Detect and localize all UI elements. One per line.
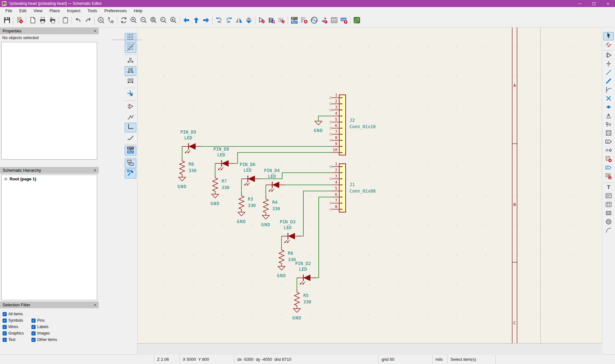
checkbox-checked-icon[interactable]: ✓ — [3, 325, 7, 329]
led-PIN_D4[interactable]: PIN_D4LED — [264, 168, 285, 192]
pin-number[interactable]: 8 — [335, 204, 337, 209]
resistor-ref[interactable]: R8 — [189, 161, 194, 167]
add-junction-tool-button[interactable] — [603, 103, 614, 112]
pin-number[interactable]: 1 — [335, 93, 337, 97]
free-angle-wire-button[interactable] — [125, 112, 136, 122]
units-mm-button[interactable]: mm — [125, 77, 136, 86]
connector-body[interactable] — [339, 164, 346, 212]
led-PIN_D2[interactable]: PIN_D2LED — [295, 261, 316, 285]
led-value[interactable]: LED — [268, 174, 276, 179]
schematic-setup-button[interactable] — [15, 16, 25, 26]
gnd-symbol[interactable]: GND — [314, 121, 323, 133]
filter-labels[interactable]: ✓Labels — [31, 324, 60, 330]
resistor-R8[interactable]: R8330 — [180, 158, 196, 177]
splitter-handle[interactable] — [112, 40, 142, 40]
checkbox-checked-icon[interactable]: ✓ — [3, 318, 7, 323]
resistor-R4[interactable]: R4330 — [263, 196, 280, 215]
wire[interactable] — [315, 197, 332, 278]
led-PIN_D3[interactable]: PIN_D3LED — [280, 219, 301, 243]
erc-button[interactable] — [299, 16, 309, 26]
hierarchy-close-icon[interactable]: × — [94, 168, 96, 172]
gnd-symbol[interactable]: GND — [261, 215, 271, 227]
led-ref[interactable]: PIN_D2 — [295, 261, 311, 266]
filter-symbols[interactable]: ✓Symbols — [3, 317, 31, 324]
filter-text[interactable]: ✓Text — [3, 336, 31, 343]
led-PIN_D6[interactable]: PIN_D6LED — [240, 162, 261, 186]
fields-table-button[interactable] — [329, 16, 339, 26]
save-button[interactable] — [2, 16, 12, 26]
filter-pins[interactable]: ✓Pins — [31, 317, 60, 324]
gnd-symbol[interactable]: GND — [178, 177, 187, 189]
add-circle-tool-button[interactable] — [603, 218, 614, 227]
highlight-net-tool-button[interactable] — [603, 41, 614, 49]
pin-number[interactable]: 5 — [335, 117, 337, 122]
schematic-drawing[interactable]: ABC12345678910J2Conn_01x1012345678J1Conn… — [138, 28, 602, 355]
frame-row-letter[interactable]: A — [513, 83, 516, 88]
bom-export-button[interactable]: .bom — [339, 16, 349, 26]
pcb-editor-button[interactable] — [352, 16, 362, 26]
resistor-ref[interactable]: R7 — [222, 178, 227, 184]
rotate-ccw-button[interactable] — [214, 16, 224, 26]
plot-button[interactable] — [47, 16, 57, 26]
connector-ref[interactable]: J2 — [350, 118, 355, 123]
pin-number[interactable]: 9 — [335, 142, 337, 146]
pin-number[interactable]: 4 — [335, 180, 337, 185]
checkbox-checked-icon[interactable]: ✓ — [3, 338, 7, 342]
gnd-label[interactable]: GND — [314, 128, 323, 133]
add-sheet-pin-tool-button[interactable]: A — [603, 164, 614, 172]
units-mils-button[interactable]: mil — [125, 66, 136, 76]
deg45-wire-button[interactable] — [125, 133, 136, 143]
add-rectangle-tool-button[interactable] — [603, 210, 614, 218]
nav-forward-button[interactable] — [201, 16, 211, 26]
add-bus-entry-tool-button[interactable] — [603, 86, 614, 95]
frame-row-letter[interactable]: B — [513, 202, 516, 207]
refresh-button[interactable] — [119, 16, 129, 26]
resistor-R7[interactable]: R7330 — [213, 175, 229, 194]
pin-number[interactable]: 10 — [333, 148, 337, 152]
add-table-tool-button[interactable] — [603, 201, 614, 209]
minimize-button[interactable] — [573, 0, 587, 7]
resistor-value[interactable]: 330 — [189, 168, 196, 173]
led-PIN_D9[interactable]: PIN_D9LED — [181, 129, 201, 153]
add-netclass-directive-tool-button[interactable]: A — [603, 121, 614, 129]
zoom-in-button[interactable] — [129, 16, 139, 26]
maximize-button[interactable] — [587, 0, 601, 7]
status-grid[interactable]: grid 50 — [378, 355, 432, 364]
resistor-value[interactable]: 330 — [272, 206, 280, 211]
hierarchy-navigator-button[interactable] — [125, 159, 136, 168]
led-ref[interactable]: PIN_D4 — [264, 168, 280, 173]
rotate-cw-button[interactable] — [224, 16, 234, 26]
library-browser-button[interactable] — [266, 16, 276, 26]
resistor-ref[interactable]: R5 — [303, 293, 308, 298]
find-replace-button[interactable]: AB — [106, 16, 116, 26]
connector-value[interactable]: Conn_01x10 — [350, 124, 375, 129]
frame-row-letter[interactable]: C — [513, 320, 516, 325]
pin-number[interactable]: 5 — [335, 186, 337, 191]
wire[interactable] — [318, 116, 332, 121]
nav-back-button[interactable] — [181, 16, 191, 26]
gnd-label[interactable]: GND — [237, 219, 246, 224]
checkbox-checked-icon[interactable]: ✓ — [31, 338, 36, 342]
add-wire-tool-button[interactable] — [603, 69, 614, 77]
menu-preferences[interactable]: Preferences — [101, 8, 130, 14]
connector-ref[interactable]: J1 — [350, 182, 355, 187]
resistor-R6[interactable]: R6330 — [279, 247, 296, 266]
import-sheet-pin-tool-button[interactable]: A◇ — [603, 173, 614, 181]
simulator-button[interactable] — [309, 16, 319, 26]
menu-place[interactable]: Place — [46, 8, 63, 14]
show-hidden-pins-button[interactable]: + — [125, 102, 136, 112]
annotate-button[interactable]: R??R42 — [289, 16, 299, 26]
close-button[interactable]: × — [601, 0, 615, 7]
gnd-label[interactable]: GND — [178, 184, 187, 189]
print-button[interactable] — [38, 16, 47, 26]
led-value[interactable]: LED — [217, 152, 225, 157]
menu-tools[interactable]: Tools — [84, 8, 101, 14]
zoom-objects-button[interactable] — [158, 16, 168, 26]
filter-all-items[interactable]: ✓All items — [3, 311, 60, 317]
zoom-page-button[interactable] — [148, 16, 158, 26]
led-ref[interactable]: PIN_D9 — [181, 129, 196, 135]
gnd-label[interactable]: GND — [211, 201, 220, 206]
mirror-h-button[interactable] — [234, 16, 244, 26]
pin-number[interactable]: 2 — [335, 99, 337, 103]
symbol-editor-button[interactable] — [257, 16, 266, 26]
